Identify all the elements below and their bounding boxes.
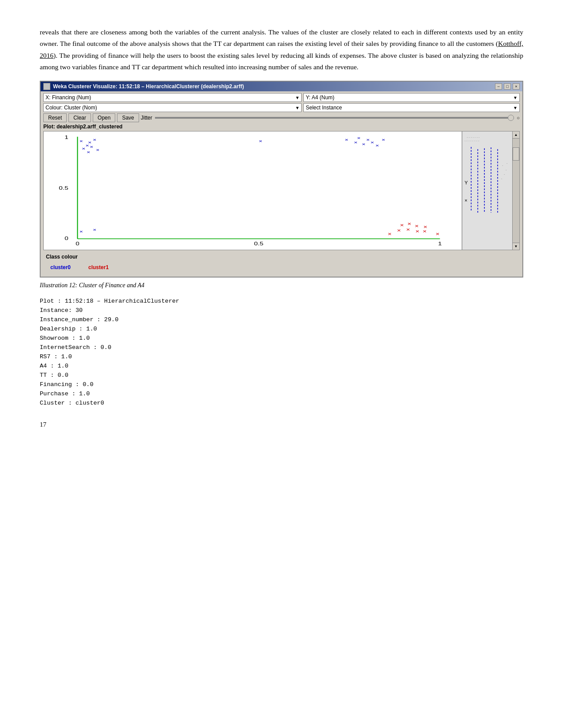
open-button[interactable]: Open xyxy=(93,113,115,122)
select-instance-select[interactable]: Select Instance ▼ xyxy=(303,103,520,112)
svg-text:×: × xyxy=(90,144,93,149)
x-axis-select[interactable]: X: Financing (Num) ▼ xyxy=(43,93,302,102)
plot-sidebar: · · · · · · · · · · · · · · · Y × · · · xyxy=(462,131,519,250)
titlebar-controls: – □ × xyxy=(495,83,520,90)
svg-rect-38 xyxy=(462,131,513,250)
mono-line-10: Financing : 0.0 xyxy=(40,380,523,390)
svg-text:×: × xyxy=(423,229,427,234)
jitter-slider-track xyxy=(155,117,514,119)
colour-arrow: ▼ xyxy=(295,105,300,110)
y-axis-select[interactable]: Y: A4 (Num) ▼ xyxy=(303,93,520,102)
svg-text:×: × xyxy=(436,232,440,237)
para-text-after-link: ). The providing of finance will help th… xyxy=(40,52,523,71)
select-instance-arrow: ▼ xyxy=(513,105,518,110)
y-axis-arrow: ▼ xyxy=(513,95,518,100)
close-button[interactable]: × xyxy=(513,83,520,90)
mono-line-3: Instance_number : 29.0 xyxy=(40,315,523,325)
para-text-before-link: reveals that there are closeness among b… xyxy=(40,28,523,47)
jitter-label: Jitter xyxy=(141,115,152,121)
weka-window: Weka Clusterer Visualize: 11:52:18 – Hie… xyxy=(40,81,523,278)
scrollbar-down-button[interactable]: ▼ xyxy=(513,243,519,250)
weka-titlebar: Weka Clusterer Visualize: 11:52:18 – Hie… xyxy=(41,82,522,91)
weka-window-title: Weka Clusterer Visualize: 11:52:18 – Hie… xyxy=(53,83,244,90)
cluster0-label[interactable]: cluster0 xyxy=(50,264,71,270)
mono-block: Plot : 11:52:18 – HierarchicalClusterer … xyxy=(40,297,523,408)
titlebar-left: Weka Clusterer Visualize: 11:52:18 – Hie… xyxy=(43,83,244,90)
svg-text:×: × xyxy=(354,140,358,145)
svg-text:×: × xyxy=(259,139,262,143)
svg-text:0.5: 0.5 xyxy=(59,186,68,191)
colour-select[interactable]: Colour: Cluster (Nom) ▼ xyxy=(43,103,302,112)
save-button[interactable]: Save xyxy=(117,113,139,122)
svg-text:0: 0 xyxy=(76,241,79,247)
mono-line-2: Instance: 30 xyxy=(40,306,523,315)
svg-text:×: × xyxy=(366,137,370,142)
svg-text:0.5: 0.5 xyxy=(254,241,263,247)
svg-text:×: × xyxy=(388,232,392,237)
axis-row: X: Financing (Num) ▼ Y: A4 (Num) ▼ xyxy=(43,93,520,102)
scrollbar-thumb[interactable] xyxy=(513,147,519,161)
svg-text:×: × xyxy=(86,143,89,148)
weka-app-icon xyxy=(43,83,50,90)
svg-text:×: × xyxy=(96,147,99,152)
reset-button[interactable]: Reset xyxy=(43,113,67,122)
svg-text:×: × xyxy=(87,150,90,154)
plot-container: 1 0.5 0 0 0.5 1 × × × × × × × × xyxy=(43,131,520,250)
mono-line-11: Purchase : 1.0 xyxy=(40,390,523,399)
sidebar-svg: · · · · · · · · · · · · · · · Y × · · · xyxy=(462,131,513,250)
class-colour-title: Class colour xyxy=(46,254,517,260)
mono-line-6: InternetSearch : 0.0 xyxy=(40,343,523,353)
svg-text:1: 1 xyxy=(64,135,68,140)
svg-text:·: · xyxy=(506,168,506,172)
class-colour-items: cluster0 cluster1 xyxy=(46,262,517,273)
scrollbar-track xyxy=(513,139,519,243)
x-axis-arrow: ▼ xyxy=(295,95,300,100)
mono-line-8: A4 : 1.0 xyxy=(40,362,523,371)
svg-text:1: 1 xyxy=(438,241,442,247)
svg-text:×: × xyxy=(408,221,412,227)
svg-text:×: × xyxy=(79,229,83,234)
jitter-end-marker: ○ xyxy=(517,115,520,120)
svg-text:0: 0 xyxy=(64,236,68,241)
mono-line-4: Dealership : 1.0 xyxy=(40,325,523,334)
svg-text:×: × xyxy=(362,142,366,146)
minimize-button[interactable]: – xyxy=(495,83,502,90)
svg-text:×: × xyxy=(79,139,83,143)
svg-text:×: × xyxy=(345,137,348,142)
cluster1-label[interactable]: cluster1 xyxy=(88,264,109,270)
mono-line-5: Showroom : 1.0 xyxy=(40,334,523,343)
svg-text:×: × xyxy=(370,140,374,145)
svg-text:·: · xyxy=(504,173,505,176)
maximize-button[interactable]: □ xyxy=(504,83,511,90)
clear-button[interactable]: Clear xyxy=(68,113,91,122)
svg-text:×: × xyxy=(416,229,419,234)
svg-text:×: × xyxy=(93,228,96,233)
svg-text:· · · · · · · ·: · · · · · · · · xyxy=(465,139,479,143)
svg-text:×: × xyxy=(382,137,385,142)
plot-svg: 1 0.5 0 0 0.5 1 × × × × × × × × xyxy=(44,131,461,250)
mono-line-7: RS7 : 1.0 xyxy=(40,353,523,362)
figure-caption: Illustration 12: Cluster of Finance and … xyxy=(40,282,523,289)
svg-text:Y: Y xyxy=(465,180,468,185)
svg-text:×: × xyxy=(82,146,85,151)
svg-text:·: · xyxy=(506,161,507,165)
svg-text:×: × xyxy=(357,135,361,140)
svg-text:·: · xyxy=(501,177,502,181)
svg-text:×: × xyxy=(415,224,419,229)
mono-line-1: Plot : 11:52:18 – HierarchicalClusterer xyxy=(40,297,523,306)
plot-scrollbar: ▲ ▼ xyxy=(512,131,519,250)
svg-text:×: × xyxy=(375,143,379,148)
buttons-jitter-row: Reset Clear Open Save Jitter ○ xyxy=(43,113,520,122)
jitter-control: Jitter ○ xyxy=(141,115,520,121)
jitter-slider-thumb[interactable] xyxy=(508,115,514,121)
svg-text:×: × xyxy=(93,137,96,142)
plot-title: Plot: dealership2.arff_clustered xyxy=(43,124,520,130)
mono-line-9: TT : 0.0 xyxy=(40,371,523,380)
svg-text:·: · xyxy=(502,164,503,168)
scrollbar-up-button[interactable]: ▲ xyxy=(513,131,519,139)
page-number: 17 xyxy=(40,421,523,428)
svg-text:×: × xyxy=(400,223,404,228)
svg-text:×: × xyxy=(397,228,401,233)
paragraph-text: reveals that there are closeness among b… xyxy=(40,26,523,73)
mono-line-12: Cluster : cluster0 xyxy=(40,399,523,408)
